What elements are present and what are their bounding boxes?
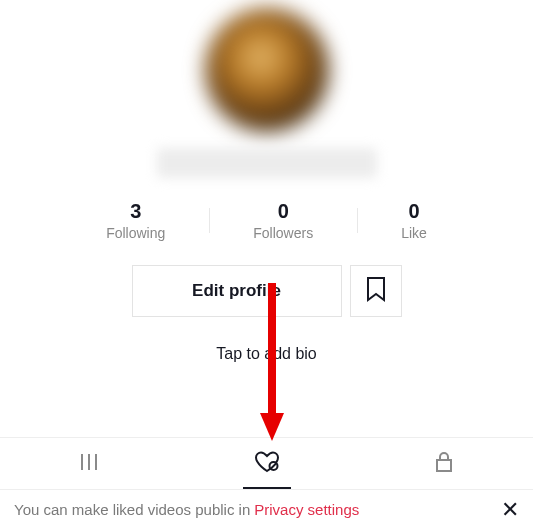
content-tabs [0, 437, 533, 489]
tab-liked[interactable] [178, 438, 356, 489]
bookmark-icon [365, 276, 387, 306]
privacy-settings-link[interactable]: Privacy settings [254, 501, 359, 518]
stat-label: Following [106, 225, 165, 241]
username [157, 148, 377, 178]
edit-profile-button[interactable]: Edit profile [132, 265, 342, 317]
stat-label: Followers [253, 225, 313, 241]
privacy-banner: You can make liked videos public in Priv… [0, 489, 533, 529]
stat-followers[interactable]: 0 Followers [209, 200, 357, 241]
profile-header: 3 Following 0 Followers 0 Like Edit prof… [0, 0, 533, 363]
banner-text: You can make liked videos public in [14, 501, 250, 518]
stat-like[interactable]: 0 Like [357, 200, 471, 241]
lock-icon [434, 451, 454, 477]
close-icon[interactable]: ✕ [501, 499, 519, 521]
stat-value: 0 [408, 200, 419, 223]
tab-private[interactable] [355, 438, 533, 489]
feed-icon [79, 452, 99, 476]
stat-value: 0 [278, 200, 289, 223]
heart-off-icon [254, 451, 280, 477]
stat-value: 3 [130, 200, 141, 223]
stat-following[interactable]: 3 Following [62, 200, 209, 241]
avatar[interactable] [205, 8, 329, 132]
tab-feed[interactable] [0, 438, 178, 489]
profile-actions: Edit profile [132, 265, 402, 317]
svg-rect-5 [437, 460, 451, 471]
bookmark-button[interactable] [350, 265, 402, 317]
add-bio[interactable]: Tap to add bio [216, 345, 317, 363]
stats-row: 3 Following 0 Followers 0 Like [0, 200, 533, 241]
stat-label: Like [401, 225, 427, 241]
